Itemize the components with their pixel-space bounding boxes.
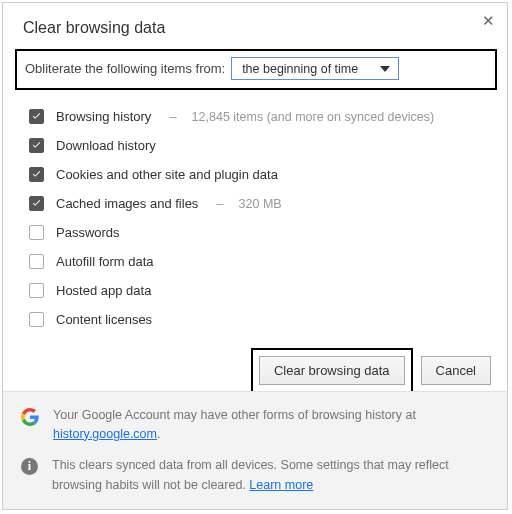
history-google-link[interactable]: history.google.com	[53, 427, 157, 441]
time-range-select[interactable]: the beginning of time	[231, 57, 399, 80]
info-icon: i	[21, 458, 38, 475]
checkbox[interactable]	[29, 312, 44, 327]
data-type-hint: 12,845 items (and more on synced devices…	[192, 110, 435, 124]
google-account-text: Your Google Account may have other forms…	[53, 406, 491, 445]
primary-button-highlight: Clear browsing data	[251, 348, 413, 393]
data-type-label: Download history	[56, 138, 156, 153]
checkbox[interactable]	[29, 196, 44, 211]
data-type-hint: 320 MB	[239, 197, 282, 211]
sync-info-note: i This clears synced data from all devic…	[21, 456, 491, 495]
data-type-label: Browsing history	[56, 109, 151, 124]
checkbox[interactable]	[29, 254, 44, 269]
time-range-label: Obliterate the following items from:	[25, 61, 225, 76]
google-logo-icon	[21, 408, 39, 426]
data-type-label: Cookies and other site and plugin data	[56, 167, 278, 182]
time-range-value: the beginning of time	[242, 62, 358, 76]
learn-more-link[interactable]: Learn more	[249, 478, 313, 492]
data-type-label: Passwords	[56, 225, 120, 240]
data-type-label: Content licenses	[56, 312, 152, 327]
chevron-down-icon	[380, 66, 390, 72]
dialog-footer: Your Google Account may have other forms…	[3, 391, 507, 510]
dialog-title: Clear browsing data	[3, 3, 507, 45]
checkbox[interactable]	[29, 109, 44, 124]
data-type-row: Cookies and other site and plugin data	[29, 160, 497, 189]
checkbox[interactable]	[29, 167, 44, 182]
cancel-button[interactable]: Cancel	[421, 356, 491, 385]
time-range-row: Obliterate the following items from: the…	[15, 49, 497, 90]
data-type-row: Content licenses	[29, 305, 497, 334]
checkbox[interactable]	[29, 138, 44, 153]
checkbox[interactable]	[29, 225, 44, 240]
data-type-row: Browsing history–12,845 items (and more …	[29, 102, 497, 131]
data-type-label: Hosted app data	[56, 283, 151, 298]
data-type-label: Autofill form data	[56, 254, 154, 269]
checkbox[interactable]	[29, 283, 44, 298]
sync-info-text: This clears synced data from all devices…	[52, 456, 491, 495]
data-types-list: Browsing history–12,845 items (and more …	[3, 96, 507, 338]
data-type-label: Cached images and files	[56, 196, 198, 211]
data-type-row: Passwords	[29, 218, 497, 247]
data-type-row: Hosted app data	[29, 276, 497, 305]
clear-browsing-data-button[interactable]: Clear browsing data	[259, 356, 405, 385]
data-type-row: Autofill form data	[29, 247, 497, 276]
data-type-row: Cached images and files–320 MB	[29, 189, 497, 218]
google-account-note: Your Google Account may have other forms…	[21, 406, 491, 445]
clear-browsing-data-dialog: ✕ Clear browsing data Obliterate the fol…	[2, 2, 508, 510]
close-icon[interactable]: ✕	[482, 13, 495, 28]
data-type-row: Download history	[29, 131, 497, 160]
